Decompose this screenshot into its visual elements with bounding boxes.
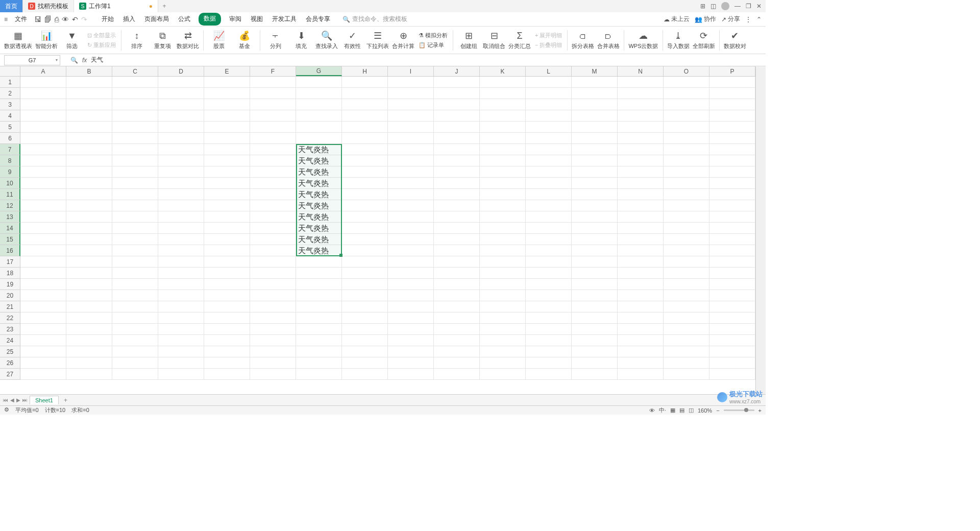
row-header-1[interactable]: 1: [0, 77, 20, 88]
merge-table-button[interactable]: ⫐合并表格: [597, 28, 620, 53]
layout-icon[interactable]: ⊞: [700, 3, 705, 10]
tab-add[interactable]: +: [158, 0, 170, 12]
row-header-25[interactable]: 25: [0, 346, 20, 357]
col-header-H[interactable]: H: [342, 66, 388, 76]
row-header-2[interactable]: 2: [0, 88, 20, 99]
cell-G12[interactable]: 天气炎热: [296, 200, 342, 211]
save-icon[interactable]: 🖫: [34, 15, 41, 23]
view-normal-icon[interactable]: ▦: [670, 407, 675, 414]
apps-icon[interactable]: ◫: [710, 3, 716, 10]
undo-icon[interactable]: ↶: [72, 15, 78, 23]
row-header-14[interactable]: 14: [0, 223, 20, 234]
row-header-15[interactable]: 15: [0, 234, 20, 245]
row-header-17[interactable]: 17: [0, 256, 20, 268]
sheet-prev-icon[interactable]: ◀: [10, 397, 14, 403]
tab-formula[interactable]: 公式: [177, 13, 191, 26]
cell-G11[interactable]: 天气炎热: [296, 189, 342, 200]
row-header-22[interactable]: 22: [0, 312, 20, 324]
row-header-21[interactable]: 21: [0, 301, 20, 312]
sheet-next-icon[interactable]: ▶: [16, 397, 20, 403]
user-avatar[interactable]: [721, 2, 729, 10]
print-icon[interactable]: ⎙: [55, 15, 59, 23]
row-header-9[interactable]: 9: [0, 166, 20, 178]
fx-icon[interactable]: fx: [82, 57, 87, 64]
share-button[interactable]: ↗分享: [721, 15, 740, 23]
collapse-button[interactable]: −折叠明细: [534, 41, 563, 50]
cell-G7[interactable]: 天气炎热: [296, 144, 342, 155]
hamburger-icon[interactable]: ≡: [4, 16, 8, 23]
valid-button[interactable]: ✓有效性: [341, 28, 363, 53]
sheet-last-icon[interactable]: ⏭: [22, 397, 28, 403]
row-header-8[interactable]: 8: [0, 155, 20, 166]
side-panel[interactable]: [755, 67, 766, 394]
col-header-C[interactable]: C: [112, 66, 158, 76]
zoom-out-icon[interactable]: −: [716, 407, 719, 414]
tab-pagelayout[interactable]: 页面布局: [143, 13, 170, 26]
reapply-button[interactable]: ↻重新应用: [86, 41, 117, 50]
showall-button[interactable]: ⊡全部显示: [86, 31, 117, 40]
row-header-27[interactable]: 27: [0, 369, 20, 380]
wpscloud-button[interactable]: ☁WPS云数据: [628, 28, 658, 53]
row-header-11[interactable]: 11: [0, 189, 20, 200]
split-button[interactable]: ⫟分列: [264, 28, 287, 53]
row-header-16[interactable]: 16: [0, 245, 20, 256]
zoom-slider[interactable]: [724, 409, 754, 411]
col-header-L[interactable]: L: [526, 66, 572, 76]
minimize-button[interactable]: —: [734, 3, 741, 10]
sheet-tab-1[interactable]: Sheet1: [30, 396, 59, 404]
view-break-icon[interactable]: ◫: [689, 407, 694, 414]
cell-G14[interactable]: 天气炎热: [296, 223, 342, 234]
sheet-first-icon[interactable]: ⏮: [3, 397, 8, 403]
spreadsheet-grid[interactable]: ABCDEFGHIJKLMNOP123456789101112131415161…: [0, 66, 766, 380]
col-header-F[interactable]: F: [250, 66, 296, 76]
row-header-4[interactable]: 4: [0, 110, 20, 122]
tab-workbook[interactable]: S 工作簿1 ●: [74, 0, 158, 12]
row-header-18[interactable]: 18: [0, 268, 20, 279]
row-header-13[interactable]: 13: [0, 211, 20, 223]
cell-G15[interactable]: 天气炎热: [296, 234, 342, 245]
import-button[interactable]: ⤓导入数据: [667, 28, 690, 53]
command-search[interactable]: 🔍 查找命令、搜索模板: [342, 15, 407, 23]
col-header-G[interactable]: G: [296, 66, 342, 76]
eye-icon[interactable]: 👁: [649, 407, 655, 414]
col-header-J[interactable]: J: [434, 66, 480, 76]
expand-button[interactable]: +展开明细: [534, 31, 563, 40]
row-header-5[interactable]: 5: [0, 122, 20, 133]
row-header-10[interactable]: 10: [0, 178, 20, 189]
row-header-12[interactable]: 12: [0, 200, 20, 211]
subtotal-button[interactable]: Σ分类汇总: [508, 28, 531, 53]
compare-button[interactable]: ⇄数据对比: [177, 28, 199, 53]
col-header-D[interactable]: D: [158, 66, 204, 76]
name-box[interactable]: G7: [4, 55, 60, 65]
pivot-button[interactable]: ▦数据透视表: [4, 28, 32, 53]
zoom-in-icon[interactable]: +: [758, 407, 762, 414]
row-header-6[interactable]: 6: [0, 133, 20, 144]
cloud-status[interactable]: ☁未上云: [664, 15, 690, 23]
row-header-20[interactable]: 20: [0, 290, 20, 301]
filter-button[interactable]: ▼筛选: [61, 28, 83, 53]
tab-data[interactable]: 数据: [199, 13, 221, 26]
check-button[interactable]: ✔数据校对: [724, 28, 746, 53]
col-header-A[interactable]: A: [20, 66, 66, 76]
settings-icon[interactable]: ⚙: [4, 406, 9, 414]
tab-dev[interactable]: 开发工具: [271, 13, 298, 26]
tab-review[interactable]: 审阅: [228, 13, 242, 26]
col-header-M[interactable]: M: [572, 66, 618, 76]
consol-button[interactable]: ⊕合并计算: [392, 28, 414, 53]
redo-icon[interactable]: ↷: [81, 15, 87, 23]
cell-G8[interactable]: 天气炎热: [296, 155, 342, 166]
dup-button[interactable]: ⧉重复项: [151, 28, 174, 53]
col-header-K[interactable]: K: [480, 66, 526, 76]
maximize-button[interactable]: ❐: [746, 3, 751, 10]
collapse-ribbon-icon[interactable]: ⌃: [756, 16, 762, 23]
split-table-button[interactable]: ⫏拆分表格: [572, 28, 594, 53]
zoom-value[interactable]: 160%: [698, 407, 712, 414]
refresh-button[interactable]: ⟳全部刷新: [693, 28, 715, 53]
row-header-3[interactable]: 3: [0, 99, 20, 110]
row-header-7[interactable]: 7: [0, 144, 20, 155]
cell-G10[interactable]: 天气炎热: [296, 178, 342, 189]
fund-button[interactable]: 💰基金: [233, 28, 256, 53]
more-icon[interactable]: ⋮: [745, 16, 751, 23]
tab-start[interactable]: 开始: [101, 13, 115, 26]
row-header-23[interactable]: 23: [0, 324, 20, 335]
